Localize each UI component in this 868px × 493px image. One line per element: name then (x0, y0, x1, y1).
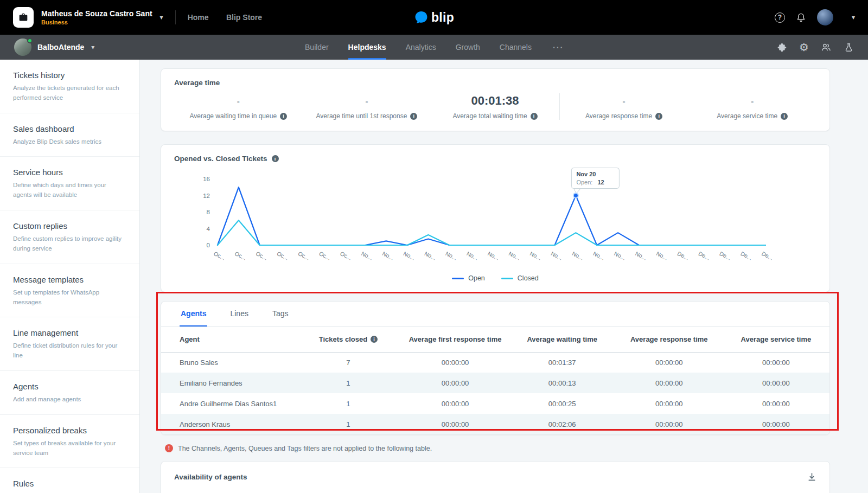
team-button[interactable] (821, 42, 832, 53)
svg-text:Oc...: Oc... (339, 250, 353, 261)
blip-logo: blip (414, 10, 454, 25)
experiments-button[interactable] (844, 42, 854, 53)
tab-growth[interactable]: Growth (456, 35, 480, 60)
sidebar-item-description: Analyze Blip Desk sales metrics (13, 137, 125, 147)
topbar: Matheus de Souza Castro Sant Business ▾ … (0, 0, 868, 35)
help-button[interactable]: ? (775, 12, 785, 23)
cell-avg-first-response: 00:00:00 (402, 373, 509, 393)
bot-chevron-down-icon[interactable]: ▾ (91, 43, 94, 51)
warning-icon: ! (165, 444, 173, 452)
svg-text:Oc...: Oc... (297, 250, 311, 261)
svg-text:Oc...: Oc... (255, 250, 269, 261)
svg-text:De...: De... (718, 250, 732, 261)
metric-avg-time-first-response: - Average time until 1st responsei (303, 93, 431, 120)
online-status-dot (27, 38, 33, 43)
info-icon[interactable]: i (371, 336, 378, 343)
bot-toolbar: BalboAtende ▾ Builder Helpdesks Analytic… (0, 35, 868, 60)
sidebar-item-sales-dashboard[interactable]: Sales dashboard Analyze Blip Desk sales … (0, 113, 139, 157)
svg-text:No...: No... (381, 250, 395, 261)
sidebar-item-title: Tickets history (13, 71, 125, 80)
table-tabs: Agents Lines Tags (161, 302, 829, 327)
tab-label: Tags (272, 309, 289, 318)
table-header-row: Agent Tickets closedi Average first resp… (161, 327, 829, 352)
sidebar-item-service-hours[interactable]: Service hours Define which days and time… (0, 157, 139, 210)
tab-channels[interactable]: Channels (500, 35, 532, 60)
account-chevron-down-icon[interactable]: ▾ (160, 14, 163, 21)
nav-home[interactable]: Home (188, 13, 209, 22)
metric-avg-total-waiting: 00:01:38 Average total waiting timei (431, 93, 559, 120)
tab-builder[interactable]: Builder (305, 35, 329, 60)
bell-icon (796, 12, 806, 23)
metric-label: Average total waiting time (452, 112, 527, 120)
info-icon[interactable]: i (781, 113, 788, 120)
sidebar-item-custom-replies[interactable]: Custom replies Define custom replies to … (0, 210, 139, 264)
plugins-button[interactable] (777, 42, 787, 53)
module-tabs: Builder Helpdesks Analytics Growth Chann… (305, 35, 563, 60)
tab-tags[interactable]: Tags (271, 302, 290, 326)
cell-avg-response: 00:00:00 (616, 352, 723, 373)
svg-text:Oc...: Oc... (213, 250, 226, 261)
info-icon[interactable]: i (531, 113, 538, 120)
briefcase-icon (17, 11, 29, 23)
sidebar-item-rules[interactable]: Rules Configure customer service rules o… (0, 468, 139, 493)
people-icon (821, 42, 832, 53)
cell-avg-first-response: 00:00:00 (402, 352, 509, 373)
settings-button[interactable]: ⚙ (799, 42, 809, 53)
availability-of-agents-card: Availability of agents (161, 461, 830, 493)
svg-text:4: 4 (207, 226, 210, 232)
account-switcher[interactable]: Matheus de Souza Castro Sant Business ▾ (13, 7, 163, 28)
svg-text:No...: No... (403, 250, 416, 261)
svg-text:No...: No... (508, 250, 521, 261)
bot-selector[interactable]: BalboAtende ▾ (14, 39, 94, 56)
metric-value: 00:01:38 (431, 93, 559, 108)
account-name: Matheus de Souza Castro Sant (41, 9, 152, 18)
sidebar-item-agents[interactable]: Agents Add and manage agents (0, 371, 139, 415)
sidebar-item-title: Sales dashboard (13, 124, 125, 133)
tab-analytics[interactable]: Analytics (406, 35, 436, 60)
cell-tickets-closed: 1 (295, 373, 401, 393)
svg-text:Oc...: Oc... (318, 250, 331, 261)
sidebar-item-message-templates[interactable]: Message templates Set up templates for W… (0, 264, 139, 318)
tab-helpdesks[interactable]: Helpdesks (348, 35, 386, 60)
more-tabs-button[interactable]: ⋯ (552, 42, 563, 53)
user-menu-chevron-down-icon[interactable]: ▾ (852, 14, 855, 21)
download-button[interactable] (807, 472, 816, 482)
help-icon: ? (775, 12, 785, 23)
topbar-divider (175, 10, 176, 24)
info-icon[interactable]: i (410, 113, 417, 120)
svg-text:0: 0 (207, 242, 210, 248)
metrics-row: - Average waiting time in queuei - Avera… (174, 93, 816, 120)
info-icon[interactable]: i (655, 113, 662, 120)
notifications-button[interactable] (796, 12, 806, 23)
metric-value: - (174, 93, 303, 108)
info-icon[interactable]: i (272, 155, 279, 162)
sidebar-item-title: Rules (13, 479, 125, 488)
svg-text:No...: No... (487, 250, 500, 261)
tab-lines[interactable]: Lines (229, 302, 249, 326)
column-avg-waiting: Average waiting time (509, 327, 616, 352)
svg-text:De...: De... (739, 250, 753, 261)
info-icon[interactable]: i (280, 113, 287, 120)
svg-text:16: 16 (203, 176, 210, 182)
legend-label: Closed (518, 274, 539, 282)
cell-avg-waiting: 00:00:13 (509, 373, 616, 393)
download-icon (807, 472, 816, 482)
sidebar-item-tickets-history[interactable]: Tickets history Analyze the tickets gene… (0, 60, 139, 113)
cell-tickets-closed: 7 (295, 352, 401, 373)
sidebar-item-line-management[interactable]: Line management Define ticket distributi… (0, 317, 139, 371)
svg-text:No...: No... (444, 250, 458, 261)
chart-title: Opened vs. Closed Tickets (174, 155, 267, 163)
agents-table-card: Agents Lines Tags Agent Tickets closedi … (161, 301, 830, 435)
nav-blip-store[interactable]: Blip Store (226, 13, 262, 22)
average-time-card: Average time - Average waiting time in q… (161, 68, 830, 131)
sidebar-item-personalized-breaks[interactable]: Personalized breaks Set types of breaks … (0, 415, 139, 469)
main-layout: Tickets history Analyze the tickets gene… (0, 60, 868, 493)
cell-avg-service: 00:00:00 (723, 414, 829, 434)
agents-table: Agent Tickets closedi Average first resp… (161, 327, 829, 434)
user-avatar[interactable] (817, 9, 833, 25)
bot-avatar (14, 39, 31, 56)
organization-logo[interactable] (13, 7, 34, 28)
tab-agents[interactable]: Agents (180, 302, 207, 326)
svg-text:Nov 20: Nov 20 (576, 171, 596, 177)
puzzle-icon (777, 42, 787, 53)
